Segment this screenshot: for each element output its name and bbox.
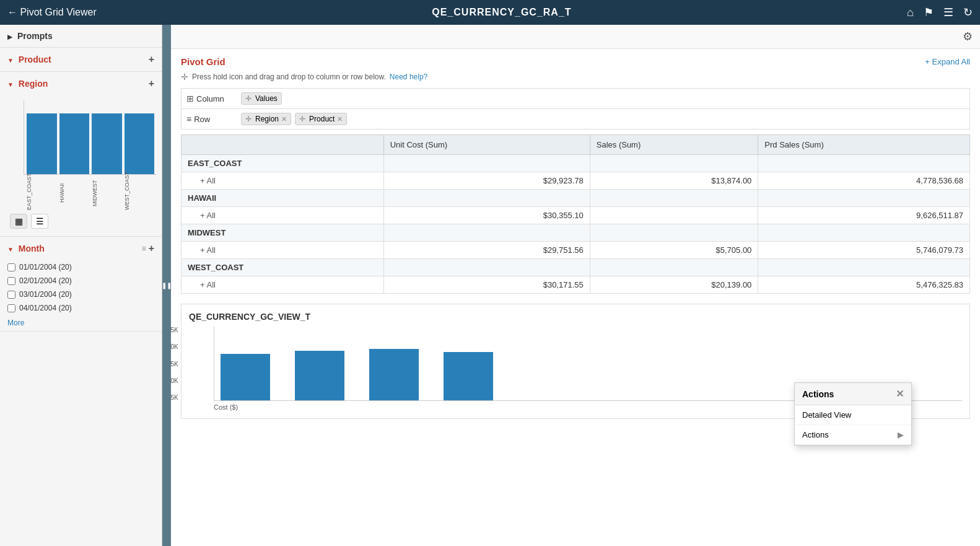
chart-bar-west-coast	[125, 113, 155, 174]
month-sort-icon[interactable]: ≡	[142, 244, 146, 253]
main-layout: ▶ Prompts ▼ Product + ▼ Region + 40 30	[0, 25, 980, 546]
all-label-east-coast: + All	[182, 172, 384, 190]
west-coast-prd-sales	[758, 259, 970, 276]
region-name-east-coast: EAST_COAST	[182, 155, 384, 172]
collapse-handle[interactable]: ❚❚	[162, 25, 171, 546]
month-item-4: 04/01/2004 (20)	[0, 301, 162, 315]
help-link[interactable]: Need help?	[390, 73, 427, 81]
actions-popup-close-button[interactable]: ✕	[896, 388, 904, 400]
actions-item[interactable]: Actions ▶	[795, 425, 911, 445]
west-coast-all-unit-cost: $30,171.55	[383, 276, 590, 294]
topbar-left: ← Pivot Grid Viewer	[7, 7, 97, 18]
detailed-view-item[interactable]: Detailed View	[795, 405, 911, 425]
collapse-icon: ❚❚	[162, 282, 172, 289]
month-checkbox-2[interactable]	[7, 277, 15, 285]
region-plus-icon: ✛	[245, 115, 252, 123]
chart-label-east-coast: EAST_COAST	[26, 176, 56, 210]
month-label-4: 04/01/2004 (20)	[19, 304, 72, 312]
table-header-row: Unit Cost (Sum) Sales (Sum) Prd Sales (S…	[182, 135, 970, 155]
chart-label-hawaii: HAWAII	[59, 176, 89, 210]
table-row: + All $29,923.78 $13,874.00 4,778,536.68	[182, 172, 970, 190]
y-label-30k: 30K	[171, 343, 178, 350]
flag-icon[interactable]: ⚑	[924, 6, 934, 19]
sidebar-section-month: ▼ Month ≡ + 01/01/2004 (20) 02/01/2004 (…	[0, 237, 162, 332]
month-checkbox-3[interactable]	[7, 291, 15, 299]
drag-hint: ✛ Press hold icon and drag and drop to c…	[181, 72, 970, 82]
col-header-region	[182, 135, 384, 155]
month-label-2: 02/01/2004 (20)	[19, 276, 72, 285]
table-row: + All $29,751.56 $5,705.00 5,746,079.73	[182, 242, 970, 259]
month-checkbox-1[interactable]	[7, 263, 15, 271]
month-item-3: 03/01/2004 (20)	[0, 288, 162, 301]
list-icon[interactable]: ☰	[31, 214, 48, 229]
east-coast-all-prd-sales: 4,778,536.68	[758, 172, 970, 190]
region-tag-remove[interactable]: ✕	[281, 115, 287, 123]
values-tag[interactable]: ✛ Values	[241, 92, 282, 105]
menu-icon[interactable]: ☰	[943, 6, 953, 19]
home-icon[interactable]: ⌂	[907, 6, 914, 19]
y-label-35k: 35K	[171, 327, 178, 333]
y-label-25k: 25K	[171, 361, 178, 368]
topbar: ← Pivot Grid Viewer QE_CURRENCY_GC_RA_T …	[0, 0, 980, 25]
west-coast-sales	[590, 259, 758, 276]
region-name-midwest: MIDWEST	[182, 224, 384, 242]
bottom-bar-1	[221, 354, 270, 400]
west-coast-all-sales: $20,139.00	[590, 276, 758, 294]
all-label-midwest: + All	[182, 242, 384, 259]
midwest-all-prd-sales: 5,746,079.73	[758, 242, 970, 259]
product-add-button[interactable]: +	[149, 54, 154, 65]
column-label-text: Column	[196, 94, 224, 103]
chart-bar-hawaii	[59, 113, 90, 174]
row-tags: ✛ Region ✕ ✛ Product ✕	[241, 113, 347, 125]
chart-label-midwest: MIDWEST	[92, 176, 122, 210]
sidebar-section-product: ▼ Product +	[0, 48, 162, 72]
month-item-1: 01/01/2004 (20)	[0, 260, 162, 274]
bottom-bar-4	[444, 352, 493, 400]
sidebar-section-prompts: ▶ Prompts	[0, 25, 162, 48]
right-topbar: ⚙	[171, 25, 980, 49]
sidebar: ▶ Prompts ▼ Product + ▼ Region + 40 30	[0, 25, 162, 546]
refresh-icon[interactable]: ↻	[963, 6, 973, 19]
row-label: ≡ Row	[186, 114, 236, 124]
east-coast-all-unit-cost: $29,923.78	[383, 172, 590, 190]
pivot-table: Unit Cost (Sum) Sales (Sum) Prd Sales (S…	[181, 134, 970, 294]
region-tag[interactable]: ✛ Region ✕	[241, 113, 291, 125]
actions-arrow-icon: ▶	[898, 430, 904, 439]
more-link[interactable]: More	[0, 315, 162, 331]
table-row: WEST_COAST	[182, 259, 970, 276]
crosshair-icon: ✛	[181, 72, 188, 82]
right-content: ⚙ Pivot Grid + Expand All ✛ Press hold i…	[171, 25, 980, 546]
product-tag-remove[interactable]: ✕	[337, 115, 343, 123]
column-tags: ✛ Values	[241, 92, 282, 105]
expand-all-button[interactable]: + Expand All	[925, 57, 970, 66]
region-chart: 40 30 20 10 0 EAST_COAST HAWAII	[0, 95, 162, 236]
drag-hint-text: Press hold icon and drag and drop to col…	[192, 73, 386, 81]
midwest-all-unit-cost: $29,751.56	[383, 242, 590, 259]
bottom-chart-y-labels: 35K 30K 25K 20K 15K	[171, 327, 178, 401]
hawaii-all-prd-sales: 9,626,511.87	[758, 207, 970, 224]
region-section-header[interactable]: ▼ Region +	[0, 72, 162, 95]
east-coast-all-sales: $13,874.00	[590, 172, 758, 190]
bar-chart-icon[interactable]: ▦	[10, 214, 27, 229]
settings-icon[interactable]: ⚙	[963, 30, 973, 43]
back-button[interactable]: ← Pivot Grid Viewer	[7, 7, 97, 18]
month-checkbox-4[interactable]	[7, 304, 15, 312]
region-arrow: ▼	[7, 81, 14, 88]
region-name-hawaii: HAWAII	[182, 190, 384, 207]
y-label-15k: 15K	[171, 394, 178, 401]
product-plus-icon: ✛	[299, 115, 305, 123]
detailed-view-label: Detailed View	[802, 410, 851, 420]
all-label-hawaii: + All	[182, 207, 384, 224]
month-add-button[interactable]: +	[149, 243, 154, 254]
table-row: MIDWEST	[182, 224, 970, 242]
product-tag[interactable]: ✛ Product ✕	[295, 113, 347, 125]
region-add-button[interactable]: +	[149, 78, 154, 89]
prompts-section-header[interactable]: ▶ Prompts	[0, 25, 162, 47]
midwest-unit-cost	[383, 224, 590, 242]
pivot-controls: ⊞ Column ✛ Values ≡ Row	[181, 88, 970, 130]
month-label: Month	[19, 244, 45, 253]
product-section-header[interactable]: ▼ Product +	[0, 48, 162, 71]
hawaii-prd-sales	[758, 190, 970, 207]
month-section-header[interactable]: ▼ Month ≡ +	[0, 237, 162, 260]
chart-bar-east-coast	[27, 113, 57, 174]
